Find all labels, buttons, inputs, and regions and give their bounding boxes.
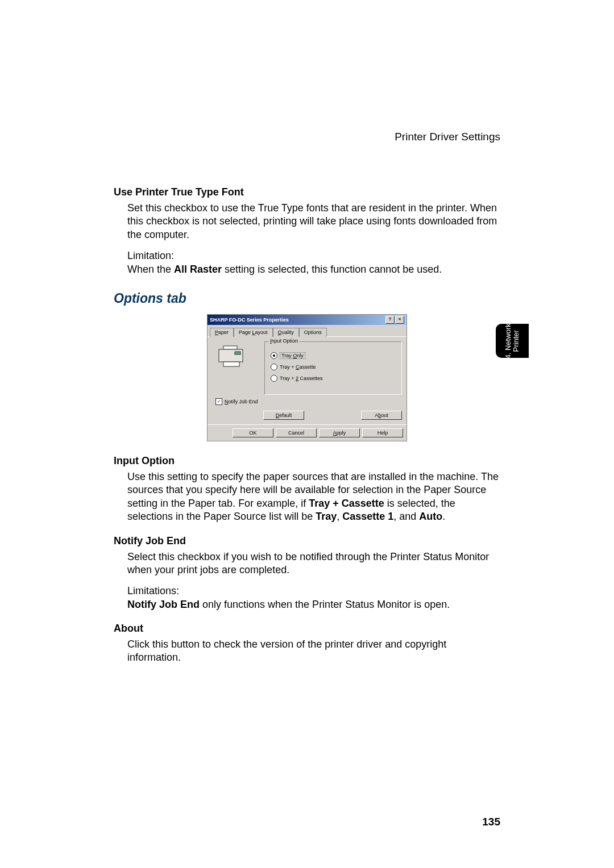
help-button[interactable]: Help: [362, 428, 403, 437]
text-notify-limitations: Limitations: Notify Job End only functio…: [127, 585, 500, 611]
text-use-printer-font-limitation: Limitation: When the All Raster setting …: [127, 249, 500, 276]
svg-rect-3: [223, 362, 239, 366]
close-icon[interactable]: ×: [395, 316, 404, 324]
page-number: 135: [482, 816, 500, 828]
heading-input-option: Input Option: [114, 455, 500, 467]
text-about: Click this button to check the version o…: [127, 638, 500, 665]
ok-button[interactable]: OK: [233, 428, 273, 437]
printer-icon: [212, 341, 264, 395]
text-notify-job-end: Select this checkbox if you wish to be n…: [127, 550, 500, 577]
radio-icon: [271, 352, 277, 359]
tab-options[interactable]: Options: [299, 328, 327, 337]
dialog-tabs: Paper Page Layout Quality Options: [208, 325, 406, 337]
dialog-title: SHARP FO-DC Series Properties: [210, 317, 289, 323]
limitation-pre: When the: [127, 264, 174, 275]
limitation-post: setting is selected, this function canno…: [222, 264, 442, 275]
side-tab-line1: 4. Network: [504, 323, 512, 358]
checkbox-icon: [215, 398, 222, 405]
limitation-label: Limitation:: [127, 250, 174, 261]
heading-use-printer-font: Use Printer True Type Font: [114, 186, 500, 198]
radio-icon: [271, 364, 277, 370]
default-button[interactable]: Default: [263, 411, 304, 420]
help-icon[interactable]: ?: [385, 316, 395, 324]
heading-about: About: [114, 623, 500, 635]
side-tab-line2: Printer: [512, 330, 520, 352]
svg-rect-0: [223, 346, 237, 349]
heading-notify-job-end: Notify Job End: [114, 535, 500, 547]
tab-paper[interactable]: Paper: [210, 328, 234, 337]
radio-tray-cassette[interactable]: Tray + Cassette: [271, 364, 396, 370]
svg-rect-2: [235, 352, 240, 354]
radio-icon: [271, 375, 277, 382]
heading-options-tab: Options tab: [114, 291, 500, 306]
chapter-thumb-tab: 4. Network Printer: [496, 324, 529, 358]
text-input-option: Use this setting to specify the paper so…: [127, 470, 500, 524]
dialog-titlebar: SHARP FO-DC Series Properties ? ×: [208, 315, 406, 325]
svg-rect-1: [219, 349, 243, 362]
options-dialog: SHARP FO-DC Series Properties ? × Paper …: [207, 314, 407, 441]
dialog-bottom-buttons: OK Cancel Apply Help: [208, 424, 406, 441]
input-option-group: Input Option Tray Only Tray + Cassette T…: [264, 341, 402, 395]
radio-tray-2-cassettes[interactable]: Tray + 2 Cassettes: [271, 375, 396, 382]
radio-tray-only[interactable]: Tray Only: [271, 352, 396, 359]
checkbox-notify-job-end[interactable]: Notify Job End: [215, 398, 402, 405]
limitation-bold: All Raster: [174, 264, 222, 275]
about-button[interactable]: About: [361, 411, 402, 420]
group-title-input-option: Input Option: [268, 338, 300, 344]
page-header: Printer Driver Settings: [395, 131, 500, 143]
tab-quality[interactable]: Quality: [273, 328, 299, 337]
cancel-button[interactable]: Cancel: [276, 428, 317, 437]
tab-page-layout[interactable]: Page Layout: [234, 328, 273, 337]
apply-button[interactable]: Apply: [319, 428, 360, 437]
text-use-printer-font: Set this checkbox to use the True Type f…: [127, 202, 500, 241]
